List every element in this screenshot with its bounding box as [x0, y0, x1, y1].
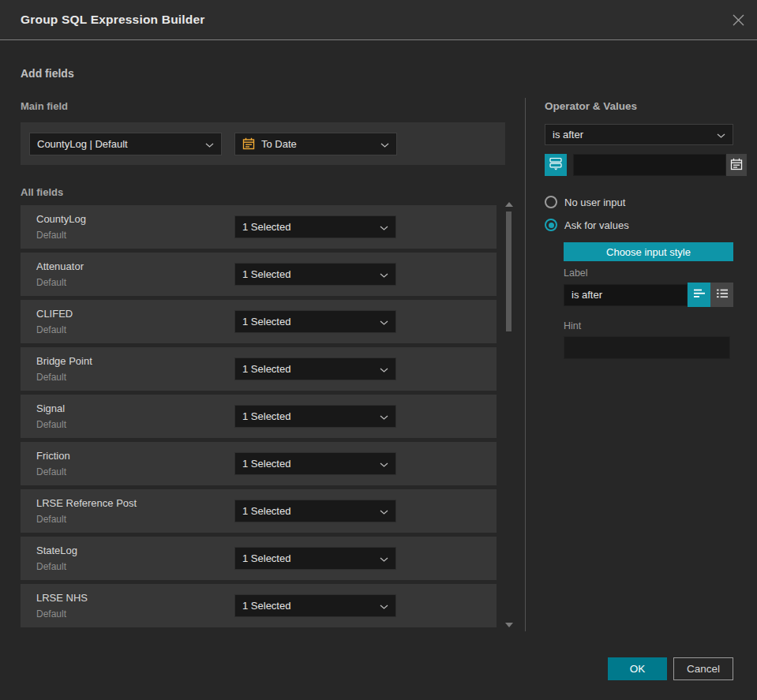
field-row-countylog: CountyLog Default 1 Selected	[21, 205, 497, 249]
field-values-dropdown[interactable]: 1 Selected	[234, 452, 396, 475]
operator-values-panel: Operator & Values is after	[545, 100, 733, 359]
dropdown-value: 1 Selected	[242, 410, 375, 422]
field-row-friction: Friction Default 1 Selected	[21, 442, 497, 485]
dropdown-value: 1 Selected	[242, 268, 375, 280]
unique-values-button[interactable]	[545, 154, 567, 176]
dropdown-value: 1 Selected	[242, 316, 375, 328]
field-subtitle: Default	[36, 608, 66, 620]
radio-no-user-input[interactable]: No user input	[545, 196, 733, 208]
fields-column: Main field CountyLog | Default To Date	[21, 100, 505, 631]
calendar-icon	[730, 158, 743, 173]
field-name: Signal	[36, 402, 65, 414]
hint-field-label: Hint	[564, 320, 733, 331]
chevron-down-icon	[380, 363, 388, 375]
operator-select-value: is after	[553, 129, 712, 140]
chevron-down-icon	[380, 505, 388, 517]
field-name: CLIFED	[36, 308, 73, 320]
chevron-down-icon	[205, 138, 214, 150]
field-row-attenuator: Attenuator Default 1 Selected	[21, 253, 497, 296]
calendar-icon	[242, 137, 255, 150]
align-left-icon	[693, 288, 706, 301]
scrollbar-down-arrow[interactable]	[505, 623, 513, 627]
main-field-panel: CountyLog | Default To Date	[21, 122, 505, 165]
chevron-down-icon	[380, 600, 388, 612]
field-values-dropdown[interactable]: 1 Selected	[234, 405, 396, 428]
field-row-lrse-reference-post: LRSE Reference Post Default 1 Selected	[21, 489, 497, 533]
value-input[interactable]	[573, 154, 726, 176]
ok-button[interactable]: OK	[608, 657, 667, 680]
dialog-titlebar: Group SQL Expression Builder	[0, 0, 757, 40]
label-field-label: Label	[564, 268, 733, 279]
field-values-dropdown[interactable]: 1 Selected	[234, 263, 396, 286]
chevron-down-icon	[380, 138, 389, 150]
field-subtitle: Default	[36, 419, 66, 430]
date-mode-select[interactable]: To Date	[234, 133, 397, 155]
field-row-clifed: CLIFED Default 1 Selected	[21, 300, 497, 343]
dropdown-value: 1 Selected	[242, 600, 375, 612]
input-style-text-button[interactable]	[688, 283, 710, 307]
input-style-list-button[interactable]	[710, 283, 733, 307]
field-name: CountyLog	[36, 213, 86, 225]
field-name: Bridge Point	[36, 355, 92, 367]
main-field-select[interactable]: CountyLog | Default	[29, 133, 222, 155]
radio-checked-icon	[545, 219, 557, 231]
dropdown-value: 1 Selected	[242, 363, 375, 375]
chevron-down-icon	[717, 129, 725, 140]
dropdown-value: 1 Selected	[242, 221, 375, 233]
radio-label: No user input	[564, 197, 625, 208]
label-input[interactable]	[564, 284, 688, 306]
radio-ask-for-values[interactable]: Ask for values	[545, 219, 733, 231]
main-field-select-value: CountyLog | Default	[37, 138, 200, 150]
add-fields-heading: Add fields	[21, 67, 74, 80]
close-button[interactable]	[731, 14, 745, 28]
hint-input[interactable]	[564, 336, 730, 359]
close-icon	[732, 13, 745, 30]
all-fields-list: CountyLog Default 1 Selected Attenuator …	[21, 205, 497, 627]
field-subtitle: Default	[36, 230, 66, 241]
bulleted-list-icon	[716, 288, 729, 301]
operator-select[interactable]: is after	[545, 124, 733, 145]
panel-divider	[525, 98, 526, 631]
all-fields-label: All fields	[21, 186, 505, 198]
dialog-title: Group SQL Expression Builder	[21, 13, 205, 27]
field-subtitle: Default	[36, 277, 66, 288]
values-list-icon	[549, 157, 562, 173]
dropdown-value: 1 Selected	[242, 458, 375, 470]
cancel-button[interactable]: Cancel	[673, 657, 733, 680]
date-picker-button[interactable]	[726, 154, 747, 176]
field-name: Attenuator	[36, 260, 84, 272]
field-subtitle: Default	[36, 372, 66, 383]
field-row-statelog: StateLog Default 1 Selected	[21, 537, 497, 580]
field-values-dropdown[interactable]: 1 Selected	[234, 310, 396, 333]
field-row-signal: Signal Default 1 Selected	[21, 395, 497, 438]
dropdown-value: 1 Selected	[242, 552, 375, 564]
radio-label: Ask for values	[564, 219, 629, 231]
field-subtitle: Default	[36, 466, 66, 477]
chevron-down-icon	[380, 316, 388, 328]
field-row-bridge-point: Bridge Point Default 1 Selected	[21, 347, 497, 391]
radio-icon	[545, 196, 557, 208]
chevron-down-icon	[380, 410, 388, 422]
field-values-dropdown[interactable]: 1 Selected	[234, 594, 396, 617]
field-values-dropdown[interactable]: 1 Selected	[234, 357, 396, 380]
field-subtitle: Default	[36, 561, 66, 572]
field-row-lrse-nhs: LRSE NHS Default 1 Selected	[21, 584, 497, 627]
chevron-down-icon	[380, 458, 388, 470]
chevron-down-icon	[380, 221, 388, 233]
field-name: LRSE NHS	[36, 592, 88, 604]
chevron-down-icon	[380, 268, 388, 280]
field-name: LRSE Reference Post	[36, 497, 137, 509]
dropdown-value: 1 Selected	[242, 505, 375, 517]
scrollbar-up-arrow[interactable]	[505, 202, 513, 207]
label-row	[564, 283, 733, 307]
field-values-dropdown[interactable]: 1 Selected	[234, 547, 396, 570]
date-mode-select-value: To Date	[261, 138, 376, 150]
field-name: Friction	[36, 450, 70, 462]
field-values-dropdown[interactable]: 1 Selected	[234, 500, 396, 522]
scrollbar-thumb[interactable]	[506, 211, 512, 331]
field-name: StateLog	[36, 545, 77, 556]
choose-input-style-button[interactable]: Choose input style	[564, 242, 733, 261]
field-subtitle: Default	[36, 514, 66, 525]
field-values-dropdown[interactable]: 1 Selected	[234, 215, 396, 238]
field-subtitle: Default	[36, 324, 66, 335]
